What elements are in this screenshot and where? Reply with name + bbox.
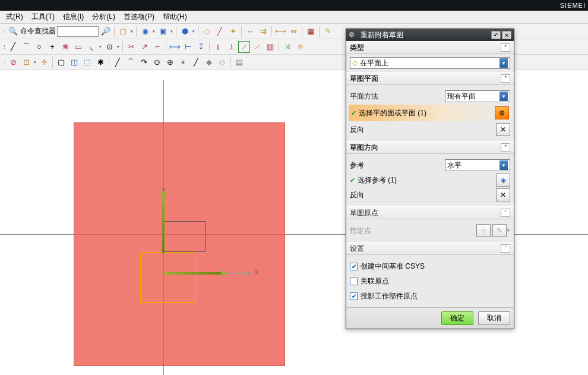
cylinder-icon[interactable]: ◉: [139, 26, 151, 37]
section-settings-header[interactable]: 设置 ˄: [346, 242, 514, 255]
chevron-up-icon[interactable]: ˄: [501, 143, 510, 152]
menu-help[interactable]: 帮助(H): [159, 11, 191, 23]
constraint1-icon[interactable]: ⫿: [212, 41, 224, 53]
exit-icon[interactable]: ▦: [305, 26, 317, 37]
x-arrow-icon[interactable]: [164, 272, 226, 275]
undo-icon[interactable]: ↶: [491, 31, 501, 39]
menu-analyze[interactable]: 分析(L): [88, 11, 119, 23]
reference-select[interactable]: 水平 ▼: [445, 159, 510, 171]
select-ref-label[interactable]: 选择参考 (1): [358, 175, 494, 185]
constraint2-icon[interactable]: ⊥: [225, 41, 237, 53]
checkbox-create-csys[interactable]: ✔创建中间基准 CSYS: [350, 260, 510, 273]
menu-format[interactable]: 式(R): [2, 11, 27, 23]
arc-icon[interactable]: ⌒: [20, 41, 32, 53]
sketch-icon[interactable]: ▢: [117, 26, 129, 37]
snap-cube-icon[interactable]: ◫: [68, 56, 80, 68]
fillet-icon[interactable]: ◟: [86, 41, 97, 53]
dropdown-arrow-icon[interactable]: ▼: [500, 58, 508, 68]
plane-icon[interactable]: ◇: [201, 26, 213, 37]
chevron-up-icon[interactable]: ˄: [501, 43, 510, 52]
dropdown-arrow-icon[interactable]: ▼: [500, 160, 508, 170]
menu-prefs[interactable]: 首选项(P): [120, 11, 158, 23]
dialog-titlebar[interactable]: ⚙ 重新附着草图 ↶ ✕: [346, 29, 514, 41]
checkbox-project-origin[interactable]: ✔投影工作部件原点: [350, 289, 510, 302]
gear-icon[interactable]: ⚙: [349, 31, 357, 39]
sel-box-icon[interactable]: ⊡: [20, 56, 32, 68]
section-type-header[interactable]: 类型 ˄: [346, 41, 514, 54]
plane-glyph-icon: ◇: [352, 59, 358, 67]
toolbar-drag-icon[interactable]: ⋮: [2, 26, 6, 37]
constraint5-icon[interactable]: ▥: [264, 41, 276, 53]
cancel-button[interactable]: 取消: [478, 311, 510, 325]
constraint4-icon[interactable]: ⟋: [251, 41, 263, 53]
circle-icon[interactable]: ○: [33, 41, 45, 53]
rect-icon[interactable]: ▭: [72, 41, 84, 53]
move-icon[interactable]: ↔: [244, 26, 256, 37]
plane-method-select[interactable]: 现有平面 ▼: [445, 90, 510, 102]
snap-int-icon[interactable]: ⊙: [151, 56, 163, 68]
snap-quad-icon[interactable]: +: [177, 56, 189, 68]
chevron-up-icon[interactable]: ˄: [501, 74, 510, 83]
snap-cen-icon[interactable]: ⊕: [164, 56, 176, 68]
selection-rectangle[interactable]: [140, 252, 196, 303]
section-origin-header[interactable]: 草图原点 ˄: [346, 206, 514, 219]
ok-button[interactable]: 确定: [441, 311, 473, 325]
exit-sketch-icon[interactable]: ⎋: [295, 41, 306, 53]
align-icon[interactable]: ⇉: [257, 26, 269, 37]
section-direction-header[interactable]: 草图方向 ˄: [346, 141, 514, 154]
section-plane-header[interactable]: 草图平面 ˄: [346, 72, 514, 85]
snap-surf-icon[interactable]: ◇: [216, 56, 228, 68]
constraint3-icon[interactable]: ⟋: [238, 41, 250, 53]
chevron-up-icon[interactable]: ˄: [501, 244, 510, 253]
toolbar-drag-icon[interactable]: ⋮: [2, 41, 6, 53]
target-icon[interactable]: ⊕: [495, 106, 509, 119]
no-sel-icon[interactable]: ⊘: [7, 56, 19, 68]
menu-tools[interactable]: 工具(T): [28, 11, 58, 23]
snap-cubes-icon[interactable]: ⬚: [81, 56, 93, 68]
point-icon[interactable]: ✦: [227, 26, 239, 37]
snap-perp-icon[interactable]: ╱: [190, 56, 202, 68]
convert-icon[interactable]: ⤮: [282, 41, 293, 53]
spline-icon[interactable]: ❀: [59, 41, 71, 53]
menu-info[interactable]: 信息(I): [59, 11, 87, 23]
snap-star-icon[interactable]: ✱: [94, 56, 106, 68]
line-icon[interactable]: ╱: [7, 41, 19, 53]
plus-icon[interactable]: +: [46, 41, 58, 53]
pencil-icon[interactable]: ✎: [322, 26, 334, 37]
measure2-icon[interactable]: ⇔: [287, 26, 299, 37]
type-select[interactable]: ◇ 在平面上 ▼: [350, 57, 510, 69]
reverse-icon[interactable]: ✕: [496, 123, 510, 136]
snap-mid-icon[interactable]: ⌒: [125, 56, 137, 68]
y-arrow-icon[interactable]: [162, 191, 165, 253]
checkbox-assoc-origin[interactable]: 关联原点: [350, 275, 510, 288]
dim3-icon[interactable]: ↧: [195, 41, 207, 53]
assembly-icon[interactable]: ⬢: [179, 26, 191, 37]
close-icon[interactable]: ✕: [502, 31, 511, 39]
reverse-icon[interactable]: ✕: [496, 188, 510, 201]
command-finder-input[interactable]: [57, 26, 99, 37]
view-icon[interactable]: ▤: [233, 56, 245, 68]
dim1-icon[interactable]: ⟼: [169, 41, 181, 53]
dim2-icon[interactable]: ⊢: [182, 41, 194, 53]
search-go-icon[interactable]: 🔎: [100, 26, 112, 37]
point-menu-icon[interactable]: ✎: [492, 224, 507, 237]
trim-icon[interactable]: ✂: [125, 41, 137, 53]
corner-icon[interactable]: ⌐: [151, 41, 163, 53]
chevron-up-icon[interactable]: ˄: [501, 209, 510, 217]
measure1-icon[interactable]: ⟷: [274, 26, 286, 37]
snap-near-icon[interactable]: ◆: [203, 56, 215, 68]
snap-tan-icon[interactable]: ↷: [138, 56, 150, 68]
cube-pick-icon[interactable]: ◈: [496, 174, 510, 187]
snap-rect-icon[interactable]: ▢: [55, 56, 67, 68]
snap-end-icon[interactable]: ╱: [112, 56, 124, 68]
select-face-label[interactable]: 选择平的面或平面 (1): [359, 108, 493, 118]
offset-icon[interactable]: ⊙: [103, 41, 115, 53]
binoculars-icon[interactable]: 🔍: [7, 26, 19, 37]
toolbar-drag-icon[interactable]: ⋮: [2, 56, 6, 68]
cube-icon[interactable]: ▣: [157, 26, 169, 37]
dropdown-arrow-icon[interactable]: ▼: [500, 92, 508, 101]
extend-icon[interactable]: ↗: [138, 41, 150, 53]
point-pick-icon[interactable]: ⊹: [476, 224, 491, 237]
axis-red-icon[interactable]: ╱: [214, 26, 226, 37]
sel-plus-icon[interactable]: ✛: [38, 56, 50, 68]
